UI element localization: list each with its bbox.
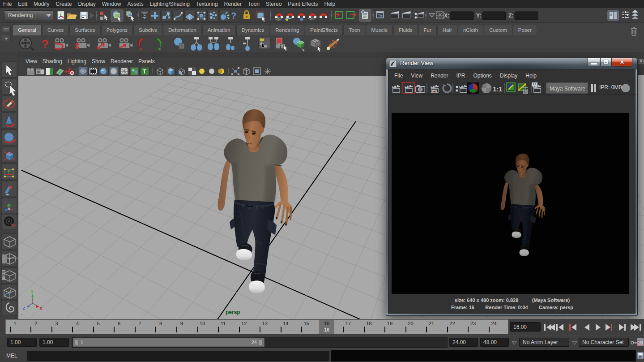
- svg-text:Z:: Z:: [508, 13, 513, 19]
- svg-text:IPR: IPR: [432, 89, 437, 92]
- svg-text:?: ?: [41, 37, 49, 51]
- svg-text:1:1: 1:1: [493, 85, 503, 93]
- svg-text:?: ?: [231, 11, 236, 21]
- svg-text:x: x: [40, 306, 43, 310]
- svg-text:z: z: [23, 306, 25, 310]
- svg-text:Y:: Y:: [476, 13, 481, 19]
- svg-text:y: y: [31, 289, 34, 293]
- svg-text:persp: persp: [226, 309, 240, 315]
- svg-text:Maya Software: Maya Software: [550, 86, 585, 92]
- svg-text:X:: X:: [444, 13, 449, 19]
- svg-text:T: T: [143, 69, 146, 75]
